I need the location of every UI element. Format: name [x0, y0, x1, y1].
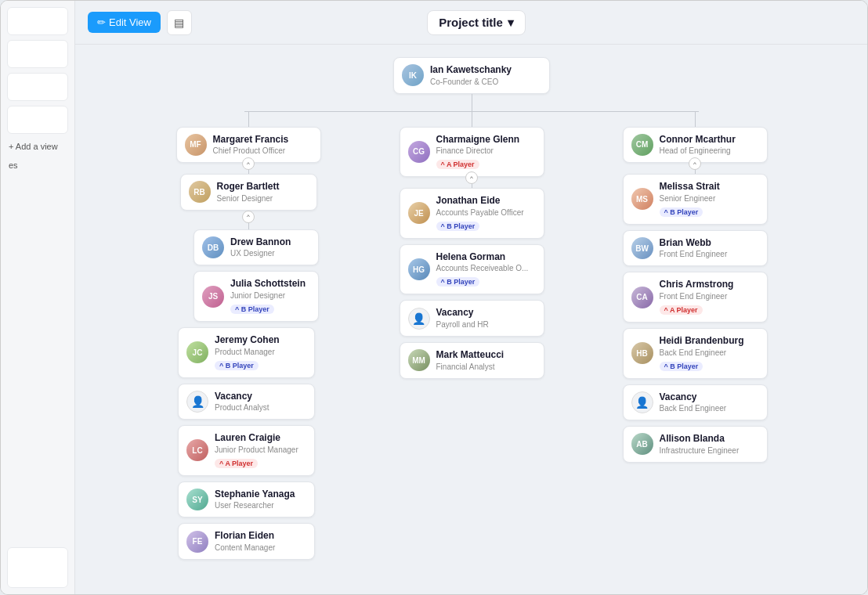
roger-node[interactable]: RB Roger Bartlett Senior Designer — [180, 174, 317, 211]
drew-info: Drew Bannon UX Designer — [230, 236, 291, 259]
helena-node[interactable]: HG Helena Gorman Accounts Receiveable O.… — [400, 244, 544, 295]
chris-badge: ^ A Player — [660, 305, 703, 315]
margaret-role: Chief Product Officer — [213, 146, 289, 156]
julia-badge: ^ B Player — [230, 305, 274, 314]
vacancy-pa-node[interactable]: 👤 Vacancy Product Analyst — [178, 384, 315, 420]
margaret-name: Margaret Francis — [213, 134, 289, 146]
julia-role: Junior Designer — [230, 290, 306, 301]
chris-name: Chris Armstrong — [660, 279, 734, 291]
connor-role: Head of Engineering — [660, 146, 736, 156]
drew-node[interactable]: DB Drew Bannon UX Designer — [193, 229, 319, 266]
julia-info: Julia Schottstein Junior Designer ^ B Pl… — [230, 278, 306, 315]
lauren-node[interactable]: LC Lauren Craigie Junior Product Manager… — [178, 425, 315, 476]
jonathan-badge: ^ B Player — [436, 222, 480, 231]
helena-role: Accounts Receiveable O... — [436, 263, 529, 273]
vacancy-pr-role: Payroll and HR — [436, 319, 489, 330]
mid-vline-top — [472, 111, 472, 127]
jonathan-node[interactable]: JE Jonathan Eide Accounts Payable Office… — [400, 188, 544, 239]
lauren-role: Junior Product Manager — [215, 445, 298, 455]
drew-avatar: DB — [202, 236, 224, 258]
chris-node[interactable]: CA Chris Armstrong Front End Engineer ^ … — [623, 272, 768, 323]
allison-node[interactable]: AB Allison Blanda Infrastructure Enginee… — [623, 426, 768, 463]
right-branch: CM Connor Mcarthur Head of Engineering ^ — [623, 111, 768, 463]
charmaigne-collapse[interactable]: ^ — [465, 171, 478, 184]
header-left: ✏ Edit View ▤ — [88, 10, 192, 35]
connor-collapse[interactable]: ^ — [689, 157, 701, 170]
melissa-node[interactable]: MS Melissa Strait Senior Engineer ^ B Pl… — [623, 174, 768, 225]
helena-info: Helena Gorman Accounts Receiveable O... … — [436, 251, 529, 288]
florian-avatar: FE — [186, 531, 208, 553]
edit-view-label: Edit View — [109, 16, 151, 28]
jeremy-node[interactable]: JC Jeremy Cohen Product Manager ^ B Play… — [178, 327, 315, 378]
mark-node[interactable]: MM Mark Matteucci Financial Analyst — [400, 342, 544, 379]
vacancy-be-node[interactable]: 👤 Vacancy Back End Engineer — [623, 384, 768, 421]
drew-role: UX Designer — [230, 248, 291, 258]
vacancy-pr-name: Vacancy — [436, 307, 489, 319]
brian-role: Front End Engineer — [660, 249, 728, 259]
jonathan-info: Jonathan Eide Accounts Payable Officer ^… — [436, 195, 524, 232]
root-info: Ian Kawetschanky Co-Founder & CEO — [430, 64, 512, 87]
florian-info: Florian Eiden Content Manager — [215, 530, 275, 553]
branches-container: MF Margaret Francis Chief Product Office… — [176, 111, 768, 560]
root-role: Co-Founder & CEO — [430, 77, 512, 87]
heidi-avatar: HB — [631, 342, 653, 364]
add-view-label[interactable]: + Add a view — [7, 139, 68, 154]
mark-role: Financial Analyst — [436, 362, 505, 372]
mark-name: Mark Matteucci — [436, 349, 505, 362]
sidebar-bottom-card[interactable] — [7, 547, 68, 588]
stephanie-node[interactable]: SY Stephanie Yanaga User Researcher — [178, 481, 315, 518]
lauren-info: Lauren Craigie Junior Product Manager ^ … — [215, 432, 298, 469]
charmaigne-badge: ^ A Player — [436, 160, 479, 169]
jeremy-avatar: JC — [186, 341, 208, 363]
roger-collapse[interactable]: ^ — [242, 211, 255, 223]
project-title-text: Project title — [439, 16, 503, 29]
brian-node[interactable]: BW Brian Webb Front End Engineer — [623, 230, 768, 267]
sidebar-card-4[interactable] — [7, 106, 68, 134]
vacancy-pr-node[interactable]: 👤 Vacancy Payroll and HR — [400, 300, 544, 337]
mid-children: JE Jonathan Eide Accounts Payable Office… — [400, 188, 544, 378]
roger-info: Roger Bartlett Senior Designer — [217, 181, 280, 204]
helena-badge: ^ B Player — [436, 277, 480, 287]
sidebar-card-3[interactable] — [7, 73, 68, 101]
chris-role: Front End Engineer — [660, 291, 734, 301]
florian-node[interactable]: FE Florian Eiden Content Manager — [178, 523, 315, 560]
roger-section: RB Roger Bartlett Senior Designer ^ — [178, 174, 319, 322]
right-children: MS Melissa Strait Senior Engineer ^ B Pl… — [623, 174, 768, 463]
sidebar-toggle-button[interactable]: ▤ — [167, 10, 192, 35]
charmaigne-node[interactable]: CG Charmaigne Glenn Finance Director ^ A… — [400, 127, 544, 178]
allison-info: Allison Blanda Infrastructure Engineer — [660, 433, 740, 456]
es-label: es — [7, 159, 68, 171]
charmaigne-name: Charmaigne Glenn — [436, 134, 520, 146]
julia-node[interactable]: JS Julia Schottstein Junior Designer ^ B… — [193, 271, 319, 322]
stephanie-avatar: SY — [186, 489, 208, 510]
left-children: RB Roger Bartlett Senior Designer ^ — [178, 174, 319, 560]
project-title-button[interactable]: Project title ▾ — [427, 10, 526, 35]
right-vline-top — [695, 111, 696, 127]
heidi-node[interactable]: HB Heidi Brandenburg Back End Engineer ^… — [623, 328, 768, 379]
connor-info: Connor Mcarthur Head of Engineering — [660, 134, 736, 157]
sidebar-card-2[interactable] — [7, 40, 68, 68]
root-name: Ian Kawetschanky — [430, 64, 512, 77]
melissa-name: Melissa Strait — [660, 181, 720, 193]
margaret-collapse[interactable]: ^ — [242, 157, 255, 170]
three-cols: MF Margaret Francis Chief Product Office… — [176, 111, 768, 560]
sidebar-card-1[interactable] — [7, 7, 68, 35]
vacancy-be-role: Back End Engineer — [660, 403, 727, 413]
roger-avatar: RB — [189, 181, 211, 203]
jonathan-name: Jonathan Eide — [436, 195, 524, 207]
heidi-badge: ^ B Player — [660, 362, 703, 371]
roger-role: Senior Designer — [217, 193, 280, 204]
brian-info: Brian Webb Front End Engineer — [660, 237, 728, 260]
vacancy-be-name: Vacancy — [660, 391, 727, 404]
edit-view-button[interactable]: ✏ Edit View — [88, 12, 161, 33]
root-vline — [472, 94, 472, 111]
org-chart-scroll[interactable]: IK Ian Kawetschanky Co-Founder & CEO — [75, 45, 867, 594]
vacancy-be-info: Vacancy Back End Engineer — [660, 391, 727, 414]
h-connector — [244, 111, 699, 112]
root-node[interactable]: IK Ian Kawetschanky Co-Founder & CEO — [393, 57, 550, 94]
helena-avatar: HG — [408, 258, 430, 280]
vacancy-pa-info: Vacancy Product Analyst — [215, 391, 269, 413]
jeremy-name: Jeremy Cohen — [215, 334, 280, 347]
jonathan-role: Accounts Payable Officer — [436, 207, 524, 218]
florian-role: Content Manager — [215, 543, 275, 553]
